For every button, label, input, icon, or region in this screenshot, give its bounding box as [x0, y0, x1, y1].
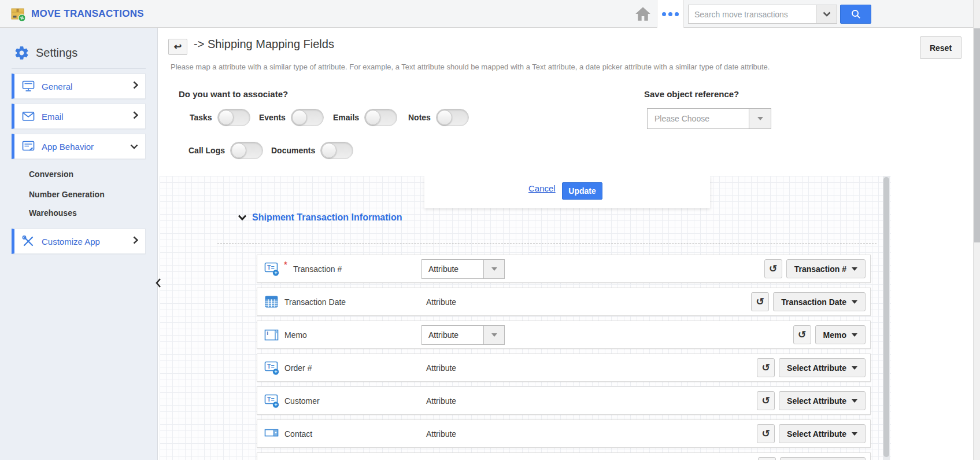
documents-toggle[interactable]	[320, 142, 353, 159]
textarea-icon: I	[264, 327, 280, 343]
chevron-right-icon	[133, 236, 138, 246]
save-reference-dropdown[interactable]: Please Choose	[647, 108, 771, 129]
mapped-attribute-button[interactable]: Transaction #	[786, 259, 866, 278]
undo-icon[interactable]: ↺	[758, 457, 776, 460]
notes-toggle[interactable]	[436, 109, 469, 126]
search-box	[688, 5, 837, 24]
undo-icon[interactable]: ↺	[793, 325, 811, 344]
window-scrollbar-thumb[interactable]	[974, 28, 980, 242]
source-attribute-label: Attribute	[426, 429, 456, 439]
undo-icon[interactable]: ↺	[764, 259, 782, 278]
mapped-attribute-label: Memo	[823, 330, 846, 340]
mapped-attribute-button[interactable]: Transaction Date	[773, 292, 866, 311]
dropdown-arrow-icon[interactable]	[483, 326, 504, 344]
caret-down-icon	[852, 366, 857, 370]
search-input[interactable]	[689, 5, 816, 23]
text-field-icon: T= +	[264, 360, 280, 376]
topbar-divider	[683, 0, 684, 28]
sidebar-item-customize-app[interactable]: Customize App	[12, 229, 146, 254]
mapping-row-order-number: T= + Order # Attribute ↺ Select Attribut…	[257, 354, 871, 382]
mapped-attribute-button[interactable]: Select Attribute	[779, 358, 866, 377]
save-object-reference-label: Save object reference?	[644, 89, 739, 99]
sidebar-subitem-warehouses[interactable]: Warehouses	[29, 208, 77, 218]
home-icon[interactable]	[635, 6, 651, 21]
dropdown-value: Please Choose	[648, 109, 749, 128]
undo-icon[interactable]: ↺	[757, 391, 775, 410]
dropdown-arrow-icon[interactable]	[749, 109, 771, 128]
toggle-label: Call Logs	[188, 146, 225, 155]
update-button[interactable]: Update	[562, 182, 602, 200]
field-label: Transaction #	[293, 264, 342, 274]
tools-icon	[22, 235, 35, 247]
svg-text:T=: T=	[267, 264, 275, 271]
source-attribute-label: Attribute	[426, 363, 456, 373]
sidebar-item-app-behavior[interactable]: App Behavior	[12, 134, 146, 159]
monitor-icon	[22, 80, 35, 92]
window-scrollbar[interactable]	[973, 0, 980, 460]
select-icon	[264, 426, 280, 441]
text-field-icon: T= +	[264, 393, 280, 409]
emails-toggle[interactable]	[364, 109, 397, 126]
sidebar-header: Settings	[14, 45, 77, 61]
events-toggle[interactable]	[291, 109, 324, 126]
mapped-attribute-button[interactable]: Select Attribute	[779, 424, 866, 443]
mapped-attribute-label: Select Attribute	[787, 396, 846, 406]
sidebar: Settings General Email	[0, 28, 157, 460]
field-label: Customer	[284, 396, 320, 406]
chevron-right-icon	[133, 81, 138, 91]
mapping-row-memo: I Memo Attribute ↺ Memo	[257, 321, 871, 349]
caret-down-icon	[852, 267, 857, 271]
attribute-dropdown[interactable]: Attribute	[421, 325, 505, 345]
mapped-attribute-label: Select Attribute	[787, 363, 846, 373]
dropdown-arrow-icon[interactable]	[483, 260, 504, 278]
toggle-knob	[321, 143, 336, 158]
panel-scrollbar-thumb[interactable]	[883, 177, 889, 457]
caret-down-icon	[852, 399, 857, 403]
undo-icon[interactable]: ↺	[757, 424, 775, 443]
dropdown-chevron-icon[interactable]	[816, 5, 837, 23]
section-header[interactable]: Shipment Transaction Information	[238, 212, 402, 223]
mapped-attribute-button[interactable]: Memo	[815, 325, 866, 344]
svg-text:I: I	[267, 330, 269, 336]
svg-text:+: +	[274, 402, 278, 408]
search-icon	[850, 9, 861, 20]
toggle-group-documents: Documents	[271, 142, 353, 159]
sidebar-collapse-icon[interactable]	[154, 275, 163, 290]
toggle-group-emails: Emails	[333, 109, 397, 126]
toggle-label: Events	[259, 113, 286, 122]
dashed-separator	[217, 243, 877, 244]
chevron-right-icon	[133, 111, 138, 122]
action-bar: Cancel Update	[424, 176, 710, 208]
mapping-row-contact: Contact Attribute ↺ Select Attribute	[257, 419, 871, 448]
field-label: Contact	[284, 429, 312, 439]
tasks-toggle[interactable]	[217, 109, 250, 126]
chevron-down-icon	[130, 141, 138, 152]
reset-button[interactable]: Reset	[920, 36, 961, 59]
mapped-attribute-button[interactable]	[780, 457, 866, 460]
mapped-attribute-button[interactable]: Select Attribute	[779, 391, 866, 410]
source-attribute-label: Attribute	[426, 396, 456, 406]
ellipsis-menu-icon[interactable]	[657, 0, 683, 28]
mapping-row-transaction-number: T= + * Transaction # Attribute ↺ Transac…	[257, 255, 871, 283]
sidebar-item-label: Email	[42, 112, 64, 122]
search-button[interactable]	[840, 5, 871, 24]
toggle-knob	[219, 110, 234, 125]
sidebar-subitem-number-generation[interactable]: Number Generation	[29, 190, 105, 199]
toggle-label: Emails	[333, 113, 359, 122]
top-bar: MOVE TRANSACTIONS	[0, 0, 980, 28]
back-button[interactable]: ↩	[168, 39, 187, 55]
undo-icon[interactable]: ↺	[751, 292, 769, 311]
toggle-knob	[231, 143, 246, 158]
dropdown-value: Attribute	[422, 326, 483, 344]
sidebar-item-email[interactable]: Email	[12, 104, 146, 129]
chevron-down-icon	[238, 215, 247, 220]
sidebar-item-general[interactable]: General	[12, 73, 146, 99]
field-label: Order #	[284, 363, 312, 373]
call-logs-toggle[interactable]	[230, 142, 263, 159]
sidebar-subitem-conversion[interactable]: Conversion	[29, 170, 73, 179]
cancel-link[interactable]: Cancel	[528, 183, 556, 193]
undo-icon[interactable]: ↺	[757, 358, 775, 377]
attribute-dropdown[interactable]: Attribute	[421, 259, 505, 279]
page-title: -> Shipping Mapping Fields	[194, 38, 334, 51]
panel-scrollbar[interactable]	[883, 176, 890, 460]
